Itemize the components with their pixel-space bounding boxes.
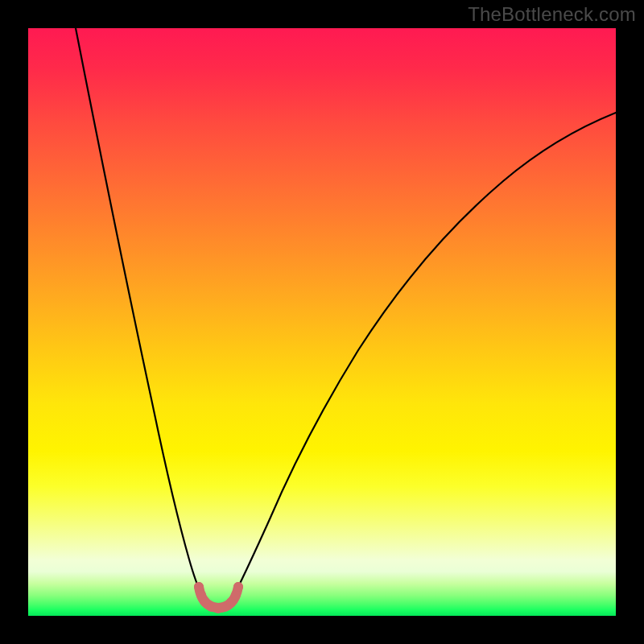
chart-curves-svg	[28, 28, 616, 616]
chart-plot-area	[28, 28, 616, 616]
watermark-text: TheBottleneck.com	[468, 3, 636, 26]
valley-beads	[194, 582, 243, 613]
curve-right-branch	[236, 113, 616, 592]
svg-point-8	[233, 582, 243, 592]
curve-left-branch	[76, 28, 200, 592]
